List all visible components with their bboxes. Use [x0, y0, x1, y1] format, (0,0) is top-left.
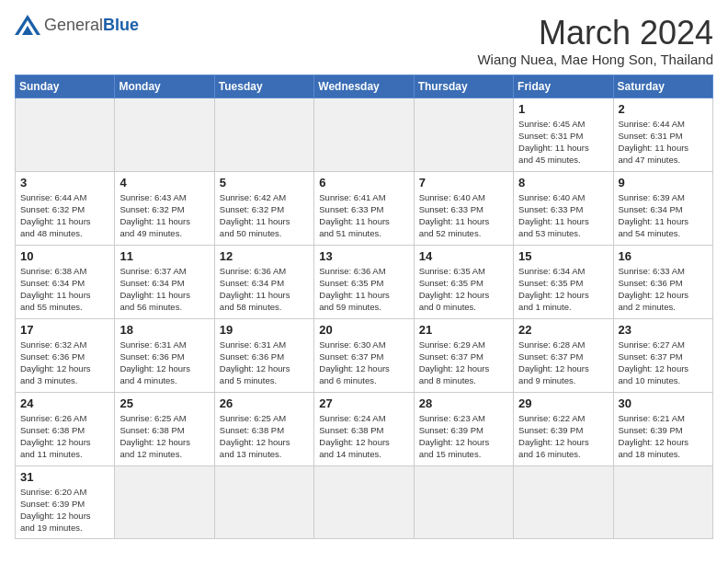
- day-info: Sunrise: 6:34 AM Sunset: 6:35 PM Dayligh…: [518, 266, 589, 313]
- calendar-cell: 19Sunrise: 6:31 AM Sunset: 6:36 PM Dayli…: [214, 318, 313, 392]
- day-number: 10: [20, 249, 109, 263]
- day-info: Sunrise: 6:24 AM Sunset: 6:38 PM Dayligh…: [319, 413, 390, 460]
- calendar-header-wednesday: Wednesday: [314, 75, 414, 98]
- calendar-cell: 7Sunrise: 6:40 AM Sunset: 6:33 PM Daylig…: [414, 171, 513, 245]
- day-info: Sunrise: 6:23 AM Sunset: 6:39 PM Dayligh…: [419, 413, 490, 460]
- calendar-cell: 5Sunrise: 6:42 AM Sunset: 6:32 PM Daylig…: [214, 171, 313, 245]
- calendar-cell: 24Sunrise: 6:26 AM Sunset: 6:38 PM Dayli…: [16, 392, 115, 465]
- calendar-table: SundayMondayTuesdayWednesdayThursdayFrid…: [15, 75, 713, 539]
- calendar-cell: 27Sunrise: 6:24 AM Sunset: 6:38 PM Dayli…: [314, 392, 414, 465]
- calendar-week-row: 1Sunrise: 6:45 AM Sunset: 6:31 PM Daylig…: [16, 98, 713, 171]
- day-info: Sunrise: 6:44 AM Sunset: 6:31 PM Dayligh…: [619, 119, 689, 166]
- day-info: Sunrise: 6:40 AM Sunset: 6:33 PM Dayligh…: [518, 192, 589, 239]
- logo-text: GeneralBlue: [44, 16, 139, 35]
- title-area: March 2024 Wiang Nuea, Mae Hong Son, Tha…: [477, 15, 713, 67]
- calendar-week-row: 31Sunrise: 6:20 AM Sunset: 6:39 PM Dayli…: [16, 465, 713, 538]
- day-info: Sunrise: 6:42 AM Sunset: 6:32 PM Dayligh…: [220, 192, 290, 239]
- day-number: 26: [220, 396, 309, 410]
- calendar-cell: [115, 98, 214, 171]
- calendar-cell: 22Sunrise: 6:28 AM Sunset: 6:37 PM Dayli…: [514, 318, 613, 392]
- calendar-cell: 29Sunrise: 6:22 AM Sunset: 6:39 PM Dayli…: [514, 392, 613, 465]
- calendar-cell: [214, 465, 313, 538]
- day-info: Sunrise: 6:33 AM Sunset: 6:36 PM Dayligh…: [619, 266, 689, 313]
- calendar-header-thursday: Thursday: [414, 75, 513, 98]
- day-info: Sunrise: 6:30 AM Sunset: 6:37 PM Dayligh…: [319, 339, 390, 386]
- day-number: 5: [220, 176, 309, 190]
- day-number: 27: [319, 396, 408, 410]
- calendar-cell: 11Sunrise: 6:37 AM Sunset: 6:34 PM Dayli…: [115, 245, 214, 318]
- day-number: 24: [20, 396, 109, 410]
- day-info: Sunrise: 6:25 AM Sunset: 6:38 PM Dayligh…: [220, 413, 290, 460]
- day-info: Sunrise: 6:44 AM Sunset: 6:32 PM Dayligh…: [20, 192, 91, 239]
- day-number: 22: [518, 323, 608, 337]
- calendar-cell: 31Sunrise: 6:20 AM Sunset: 6:39 PM Dayli…: [16, 465, 115, 538]
- calendar-cell: 9Sunrise: 6:39 AM Sunset: 6:34 PM Daylig…: [613, 171, 712, 245]
- calendar-cell: 1Sunrise: 6:45 AM Sunset: 6:31 PM Daylig…: [514, 98, 613, 171]
- page-header: GeneralBlue March 2024 Wiang Nuea, Mae H…: [15, 15, 713, 67]
- day-info: Sunrise: 6:22 AM Sunset: 6:39 PM Dayligh…: [518, 413, 589, 460]
- day-info: Sunrise: 6:29 AM Sunset: 6:37 PM Dayligh…: [419, 339, 490, 386]
- logo-icon: [15, 15, 40, 35]
- day-info: Sunrise: 6:38 AM Sunset: 6:34 PM Dayligh…: [20, 266, 91, 313]
- calendar-cell: 30Sunrise: 6:21 AM Sunset: 6:39 PM Dayli…: [613, 392, 712, 465]
- day-number: 12: [220, 249, 309, 263]
- day-info: Sunrise: 6:45 AM Sunset: 6:31 PM Dayligh…: [518, 119, 589, 166]
- day-number: 11: [119, 249, 209, 263]
- calendar-cell: 20Sunrise: 6:30 AM Sunset: 6:37 PM Dayli…: [314, 318, 414, 392]
- calendar-cell: [16, 98, 115, 171]
- calendar-week-row: 10Sunrise: 6:38 AM Sunset: 6:34 PM Dayli…: [16, 245, 713, 318]
- day-number: 18: [119, 323, 209, 337]
- day-info: Sunrise: 6:40 AM Sunset: 6:33 PM Dayligh…: [419, 192, 490, 239]
- day-number: 16: [619, 249, 708, 263]
- calendar-cell: [414, 98, 513, 171]
- calendar-cell: 16Sunrise: 6:33 AM Sunset: 6:36 PM Dayli…: [613, 245, 712, 318]
- calendar-header-tuesday: Tuesday: [214, 75, 313, 98]
- day-number: 21: [419, 323, 508, 337]
- day-number: 30: [619, 396, 708, 410]
- day-number: 8: [518, 176, 608, 190]
- day-number: 1: [518, 102, 608, 116]
- calendar-cell: 6Sunrise: 6:41 AM Sunset: 6:33 PM Daylig…: [314, 171, 414, 245]
- calendar-header-friday: Friday: [514, 75, 613, 98]
- day-number: 7: [419, 176, 508, 190]
- calendar-cell: 8Sunrise: 6:40 AM Sunset: 6:33 PM Daylig…: [514, 171, 613, 245]
- calendar-cell: [613, 465, 712, 538]
- day-number: 3: [20, 176, 109, 190]
- day-info: Sunrise: 6:41 AM Sunset: 6:33 PM Dayligh…: [319, 192, 390, 239]
- day-info: Sunrise: 6:21 AM Sunset: 6:39 PM Dayligh…: [619, 413, 689, 460]
- calendar-week-row: 3Sunrise: 6:44 AM Sunset: 6:32 PM Daylig…: [16, 171, 713, 245]
- day-number: 31: [20, 470, 109, 484]
- day-number: 14: [419, 249, 508, 263]
- calendar-cell: 18Sunrise: 6:31 AM Sunset: 6:36 PM Dayli…: [115, 318, 214, 392]
- day-number: 15: [518, 249, 608, 263]
- day-number: 9: [619, 176, 708, 190]
- day-number: 6: [319, 176, 408, 190]
- calendar-header-saturday: Saturday: [613, 75, 712, 98]
- day-number: 25: [119, 396, 209, 410]
- day-info: Sunrise: 6:35 AM Sunset: 6:35 PM Dayligh…: [419, 266, 490, 313]
- calendar-cell: [214, 98, 313, 171]
- calendar-cell: [414, 465, 513, 538]
- day-number: 20: [319, 323, 408, 337]
- calendar-header-sunday: Sunday: [16, 75, 115, 98]
- day-info: Sunrise: 6:36 AM Sunset: 6:35 PM Dayligh…: [319, 266, 390, 313]
- day-info: Sunrise: 6:37 AM Sunset: 6:34 PM Dayligh…: [119, 266, 190, 313]
- calendar-week-row: 24Sunrise: 6:26 AM Sunset: 6:38 PM Dayli…: [16, 392, 713, 465]
- day-number: 2: [619, 102, 708, 116]
- calendar-cell: 10Sunrise: 6:38 AM Sunset: 6:34 PM Dayli…: [16, 245, 115, 318]
- location-title: Wiang Nuea, Mae Hong Son, Thailand: [477, 52, 713, 67]
- day-info: Sunrise: 6:36 AM Sunset: 6:34 PM Dayligh…: [220, 266, 290, 313]
- calendar-cell: 13Sunrise: 6:36 AM Sunset: 6:35 PM Dayli…: [314, 245, 414, 318]
- day-number: 13: [319, 249, 408, 263]
- calendar-cell: 25Sunrise: 6:25 AM Sunset: 6:38 PM Dayli…: [115, 392, 214, 465]
- calendar-cell: 2Sunrise: 6:44 AM Sunset: 6:31 PM Daylig…: [613, 98, 712, 171]
- calendar-cell: [314, 465, 414, 538]
- calendar-cell: 26Sunrise: 6:25 AM Sunset: 6:38 PM Dayli…: [214, 392, 313, 465]
- calendar-cell: [314, 98, 414, 171]
- day-info: Sunrise: 6:25 AM Sunset: 6:38 PM Dayligh…: [119, 413, 190, 460]
- calendar-header-row: SundayMondayTuesdayWednesdayThursdayFrid…: [16, 75, 713, 98]
- day-number: 23: [619, 323, 708, 337]
- calendar-cell: [115, 465, 214, 538]
- day-number: 19: [220, 323, 309, 337]
- calendar-cell: 17Sunrise: 6:32 AM Sunset: 6:36 PM Dayli…: [16, 318, 115, 392]
